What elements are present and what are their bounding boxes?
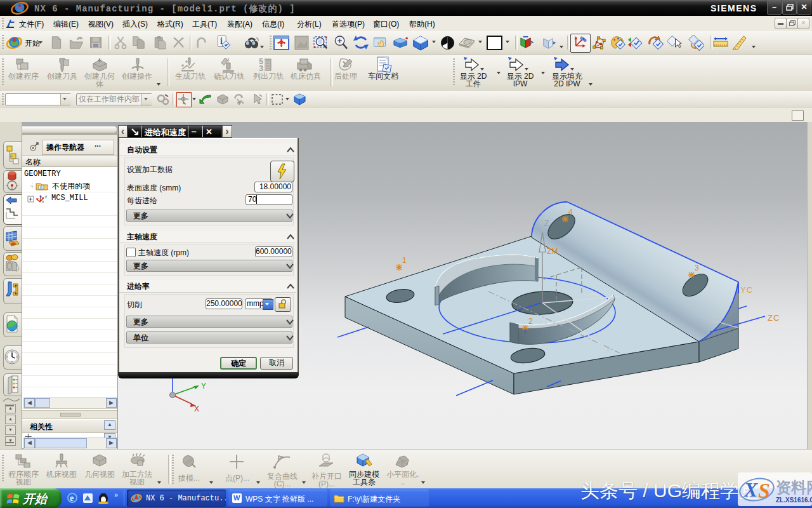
svg-text:资料网: 资料网: [776, 479, 812, 496]
svg-text:Z: Z: [544, 219, 549, 228]
svg-text:X: X: [606, 346, 611, 355]
svg-text:X: X: [743, 478, 758, 501]
svg-text:S: S: [758, 479, 770, 502]
svg-text:XC: XC: [712, 311, 724, 320]
svg-text:ZC: ZC: [768, 313, 780, 323]
svg-text:YC: YC: [740, 285, 753, 295]
svg-text:ZL.XS1616.COM: ZL.XS1616.COM: [776, 497, 812, 504]
svg-text:Y: Y: [622, 290, 627, 298]
svg-text:Y: Y: [44, 195, 48, 199]
svg-text:ZM: ZM: [547, 247, 558, 256]
svg-text:2: 2: [528, 317, 533, 326]
svg-text:e: e: [70, 493, 74, 503]
svg-text:Y: Y: [201, 382, 206, 391]
svg-text:x: x: [42, 199, 44, 204]
svg-text:X: X: [194, 404, 199, 413]
svg-text:1: 1: [402, 256, 407, 265]
svg-text:4: 4: [568, 208, 573, 217]
svg-text:3: 3: [695, 264, 699, 272]
